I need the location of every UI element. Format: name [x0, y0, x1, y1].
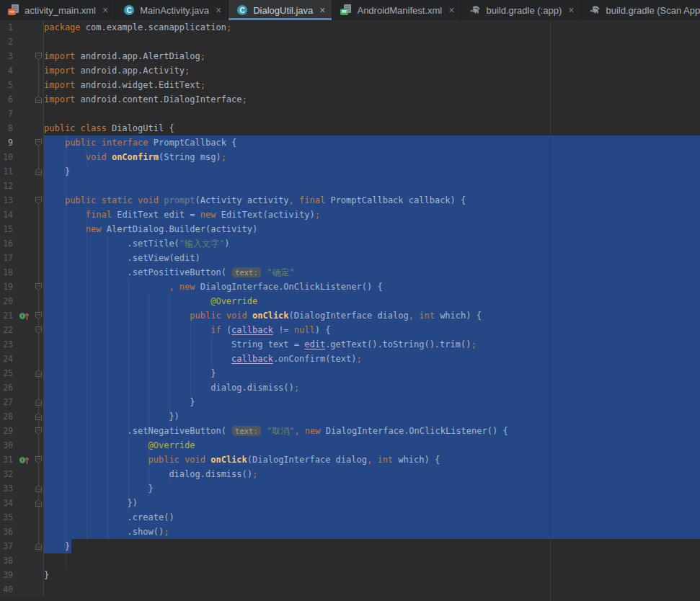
code-line: 22 if (callback != null) {: [0, 323, 700, 337]
code-text[interactable]: }: [44, 539, 700, 553]
code-line: 2: [0, 35, 700, 49]
code-text[interactable]: }: [44, 395, 700, 409]
tab-close-icon[interactable]: ×: [568, 5, 574, 15]
code-text[interactable]: }: [44, 568, 700, 582]
code-text[interactable]: public interface PromptCallback {: [44, 135, 700, 150]
code-text[interactable]: }): [44, 496, 700, 510]
code-text[interactable]: public void onClick(DialogInterface dial…: [44, 453, 700, 467]
code-text[interactable]: .setTitle("输入文字"): [44, 236, 700, 251]
fold-marker-icon[interactable]: [35, 311, 43, 320]
code-text[interactable]: callback.onConfirm(text);: [44, 352, 700, 366]
code-line: 37 }: [0, 539, 700, 553]
code-editor[interactable]: 1package com.example.scanapplication;23i…: [0, 20, 700, 601]
code-text[interactable]: import android.app.Activity;: [44, 63, 700, 78]
code-line: 40: [0, 582, 700, 597]
java-class-icon: C: [123, 4, 135, 16]
code-text[interactable]: dialog.dismiss();: [44, 467, 700, 481]
code-text[interactable]: [44, 582, 700, 597]
tab-androidmanifest-xml[interactable]: MFAndroidManifest.xml×: [332, 0, 461, 20]
code-text[interactable]: }): [44, 409, 700, 424]
tab-close-icon[interactable]: ×: [319, 5, 325, 15]
code-text[interactable]: public void onClick(DialogInterface dial…: [44, 308, 700, 323]
fold-marker-icon[interactable]: [35, 138, 43, 147]
line-number: 35: [0, 510, 13, 525]
code-text[interactable]: @Override: [44, 294, 700, 308]
code-line: 25 }: [0, 366, 700, 380]
code-text[interactable]: String text = edit.getText().toString().…: [44, 337, 700, 352]
tab-label: activity_main.xml: [25, 5, 96, 16]
code-text[interactable]: .setPositiveButton( text: "确定": [44, 265, 700, 280]
fold-marker-icon[interactable]: [35, 484, 43, 493]
code-text[interactable]: package com.example.scanapplication;: [44, 20, 700, 35]
line-number: 2: [0, 35, 13, 49]
line-number: 26: [0, 380, 13, 395]
code-text[interactable]: if (callback != null) {: [44, 323, 700, 337]
editor-gutter: 37: [0, 539, 44, 553]
code-text[interactable]: }: [44, 366, 700, 380]
code-line: 28 }): [0, 409, 700, 424]
override-method-icon[interactable]: [19, 455, 30, 465]
tab-build-gradle-scan-application-[interactable]: build.gradle (Scan Application)×: [581, 0, 700, 20]
code-text[interactable]: dialog.dismiss();: [44, 380, 700, 395]
fold-marker-icon[interactable]: [35, 167, 43, 176]
code-line: 20 @Override: [0, 294, 700, 308]
tab-label: build.gradle (Scan Application): [606, 5, 700, 16]
code-text[interactable]: .show();: [44, 525, 700, 539]
code-line: 15 new AlertDialog.Builder(activity): [0, 222, 700, 236]
fold-marker-icon[interactable]: [35, 455, 43, 464]
editor-gutter: 5: [0, 78, 44, 92]
tab-mainactivity-java[interactable]: CMainActivity.java×: [115, 0, 229, 20]
fold-marker-icon[interactable]: [35, 326, 43, 334]
code-text[interactable]: [44, 35, 700, 49]
fold-marker-icon[interactable]: [35, 427, 43, 435]
code-text[interactable]: [44, 107, 700, 121]
code-text[interactable]: public static void prompt(Activity activ…: [44, 193, 700, 208]
code-text[interactable]: }: [44, 164, 700, 179]
editor-gutter: 3: [0, 49, 44, 63]
code-text[interactable]: , new DialogInterface.OnClickListener() …: [44, 280, 700, 294]
fold-marker-icon[interactable]: [35, 398, 43, 406]
code-text[interactable]: [44, 553, 700, 568]
code-text[interactable]: final EditText edit = new EditText(activ…: [44, 208, 700, 222]
code-text[interactable]: @Override: [44, 438, 700, 453]
code-text[interactable]: public class DialogUtil {: [44, 121, 700, 135]
line-number: 27: [0, 395, 13, 409]
tab-activity-main-xml[interactable]: <>activity_main.xml×: [0, 0, 115, 20]
right-margin-guide: [550, 20, 551, 135]
code-line: 11 }: [0, 164, 700, 179]
fold-marker-icon[interactable]: [35, 412, 43, 421]
fold-marker-icon[interactable]: [35, 282, 43, 291]
code-text[interactable]: import android.widget.EditText;: [44, 78, 700, 92]
code-text[interactable]: .setNegativeButton( text: "取消", new Dial…: [44, 424, 700, 438]
code-text[interactable]: import android.content.DialogInterface;: [44, 92, 700, 107]
editor-gutter: 12: [0, 179, 44, 193]
code-text[interactable]: new AlertDialog.Builder(activity): [44, 222, 700, 236]
fold-marker-icon[interactable]: [35, 95, 43, 104]
line-number: 14: [0, 208, 13, 222]
line-number: 12: [0, 179, 13, 193]
fold-marker-icon[interactable]: [35, 499, 43, 507]
fold-marker-icon[interactable]: [35, 542, 43, 551]
code-text[interactable]: import android.app.AlertDialog;: [44, 49, 700, 63]
code-text[interactable]: void onConfirm(String msg);: [44, 150, 700, 164]
code-text[interactable]: [44, 179, 700, 193]
parameter-hint-chip: text:: [232, 267, 261, 277]
code-line: 39}: [0, 568, 700, 582]
override-method-icon[interactable]: [19, 311, 30, 321]
tab-build-gradle-app-[interactable]: build.gradle (:app)×: [461, 0, 581, 20]
tab-close-icon[interactable]: ×: [216, 5, 221, 15]
code-text[interactable]: .create(): [44, 510, 700, 525]
tab-close-icon[interactable]: ×: [448, 5, 454, 15]
editor-gutter: 19: [0, 280, 44, 294]
code-text[interactable]: .setView(edit): [44, 251, 700, 265]
code-line: 14 final EditText edit = new EditText(ac…: [0, 208, 700, 222]
code-line: 1package com.example.scanapplication;: [0, 20, 700, 35]
code-text[interactable]: }: [44, 481, 700, 496]
tab-close-icon[interactable]: ×: [102, 5, 108, 15]
editor-gutter: 22: [0, 323, 44, 337]
fold-marker-icon[interactable]: [35, 369, 43, 378]
code-line: 36 .show();: [0, 525, 700, 539]
fold-marker-icon[interactable]: [35, 196, 43, 205]
tab-dialogutil-java[interactable]: CDialogUtil.java×: [229, 0, 332, 20]
fold-marker-icon[interactable]: [35, 52, 43, 61]
